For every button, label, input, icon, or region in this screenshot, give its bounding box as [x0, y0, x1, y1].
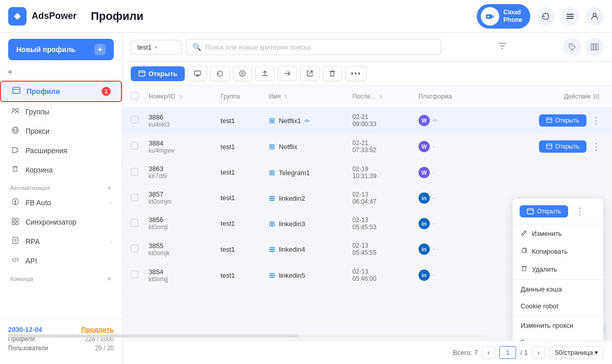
- screen-button[interactable]: [188, 66, 207, 81]
- row-date: 02-13: [353, 268, 408, 275]
- os-icon: ⊞: [269, 116, 275, 125]
- dropdown-three-dots[interactable]: ⋮: [572, 204, 587, 219]
- automation-section: Автоматизация ▼: [0, 180, 122, 193]
- prev-page-btn[interactable]: ‹: [482, 346, 495, 359]
- svg-rect-2: [492, 15, 494, 18]
- sidebar-item-sync[interactable]: Синхронизатор: [0, 212, 122, 232]
- sidebar-item-trash[interactable]: Корзина: [0, 160, 122, 180]
- next-page-btn[interactable]: ›: [532, 346, 545, 359]
- row-date: 02-21: [353, 139, 408, 147]
- dropdown-open-button[interactable]: Открыть: [520, 205, 568, 217]
- dropdown-item-cache[interactable]: Данные кэша: [512, 281, 603, 298]
- sidebar-item-extensions[interactable]: Расширения: [0, 141, 122, 160]
- dropdown-item-account[interactable]: Редактировать аккаунт: [512, 334, 603, 341]
- extensions-icon: [10, 145, 20, 156]
- platform-edit: -: [433, 143, 435, 150]
- svg-rect-33: [527, 209, 533, 214]
- refresh-icon-btn[interactable]: [536, 7, 555, 26]
- rpa-icon: [10, 236, 20, 247]
- row-time: 05:46:00: [353, 275, 408, 282]
- per-page-select[interactable]: 50/страница ▾: [549, 346, 604, 359]
- sidebar-collapse-btn[interactable]: ◀: [4, 66, 14, 77]
- select-all-checkbox[interactable]: [131, 92, 138, 100]
- row-name: linkedin5: [279, 272, 305, 279]
- team-chevron: ▼: [107, 276, 112, 282]
- dropdown-item-delete[interactable]: Удалить: [512, 260, 603, 278]
- search-icon: 🔍: [192, 43, 201, 51]
- row-group: test1: [215, 108, 264, 134]
- svg-rect-3: [487, 16, 489, 17]
- plus-icon: +: [94, 44, 106, 55]
- svg-rect-8: [13, 87, 20, 93]
- table-row: 3863 ktr7d6i test1 ⊞ Telegram1 02-19 10:…: [123, 160, 612, 185]
- close-button[interactable]: [233, 66, 252, 81]
- row-checkbox[interactable]: [131, 116, 138, 124]
- tag-icon-btn[interactable]: [563, 38, 581, 56]
- svg-rect-15: [16, 219, 18, 221]
- platform-edit: -: [433, 195, 435, 202]
- sync-button[interactable]: [210, 66, 230, 81]
- svg-rect-28: [598, 94, 599, 99]
- platform-badge: W: [419, 141, 430, 152]
- table-area: Номер/ID ⇅ Группа Имя ⇅ После... ⇅ Платф…: [123, 86, 612, 341]
- row-id: ku4mgvw: [149, 147, 210, 154]
- columns-icon-btn[interactable]: [585, 38, 604, 56]
- topbar: AdsPower Профили Cloud Phone: [0, 0, 612, 33]
- row-date: 02-19: [353, 165, 408, 173]
- col-platform: Платформа: [413, 86, 485, 108]
- dropdown-item-copy[interactable]: Копировать: [512, 242, 603, 260]
- export-button[interactable]: [300, 66, 320, 81]
- row-open-button[interactable]: Открыть: [539, 114, 586, 127]
- sidebar-item-groups[interactable]: Группы: [0, 102, 122, 122]
- row-checkbox[interactable]: [131, 271, 138, 278]
- platform-edit: -: [433, 272, 435, 279]
- row-checkbox[interactable]: [131, 219, 138, 227]
- row-id: ku4nki3: [149, 121, 210, 128]
- upload-button[interactable]: [255, 66, 275, 81]
- row-time: 10:31:39: [353, 173, 408, 180]
- open-button[interactable]: Открыть: [131, 66, 185, 81]
- sidebar-item-proxy[interactable]: Прокси: [0, 122, 122, 141]
- group-select[interactable]: test1 ▾: [131, 40, 182, 55]
- sidebar-item-fb-auto[interactable]: FB Auto ›: [0, 193, 122, 212]
- sidebar-item-api[interactable]: API: [0, 251, 122, 271]
- groups-icon: [10, 107, 20, 117]
- sidebar-item-rpa[interactable]: RPA ›: [0, 232, 122, 251]
- row-name: Netflix1: [279, 117, 301, 125]
- dropdown-item-cookie[interactable]: Cookie robot: [512, 298, 603, 314]
- user-icon-btn[interactable]: [585, 7, 604, 26]
- new-profile-button[interactable]: Новый профиль +: [8, 39, 114, 60]
- row-number: 3863: [149, 165, 210, 173]
- move-button[interactable]: [278, 66, 297, 81]
- more-button[interactable]: •••: [345, 66, 367, 81]
- svg-rect-16: [12, 222, 15, 225]
- cloud-phone-button[interactable]: Cloud Phone: [477, 4, 530, 29]
- extend-link[interactable]: Продлить: [81, 326, 114, 333]
- svg-rect-17: [16, 222, 18, 225]
- list-icon-btn[interactable]: [561, 7, 579, 26]
- row-checkbox[interactable]: [131, 245, 138, 252]
- row-open-button[interactable]: Открыть: [539, 140, 586, 153]
- dropdown-item-edit[interactable]: Изменить: [512, 225, 603, 242]
- row-time: 05:45:53: [353, 224, 408, 231]
- trash-icon: [10, 165, 20, 175]
- page-title: Профили: [91, 10, 471, 23]
- row-checkbox[interactable]: [131, 142, 138, 150]
- dropdown-divider-1: [512, 279, 603, 280]
- row-number: 3854: [149, 268, 210, 276]
- svg-rect-26: [593, 94, 595, 99]
- sidebar-date: 2030-12-04 Продлить: [8, 326, 114, 333]
- filter-button[interactable]: [493, 39, 511, 55]
- sidebar-item-profiles[interactable]: Профили 1: [0, 81, 122, 102]
- row-more-button[interactable]: ⋮: [589, 139, 604, 154]
- delete-button[interactable]: [323, 66, 342, 81]
- col-last: После... ⇅: [348, 86, 413, 108]
- row-more-button[interactable]: ⋮: [589, 113, 604, 128]
- search-box[interactable]: 🔍 Поиск или новые критерии поиска: [186, 39, 441, 55]
- row-checkbox[interactable]: [131, 168, 138, 176]
- row-checkbox[interactable]: [131, 193, 138, 201]
- dropdown-item-proxy[interactable]: Изменить прокси: [512, 317, 603, 334]
- edit-link[interactable]: ✏: [305, 117, 310, 125]
- svg-point-7: [593, 13, 596, 16]
- row-time: 05:45:55: [353, 249, 408, 256]
